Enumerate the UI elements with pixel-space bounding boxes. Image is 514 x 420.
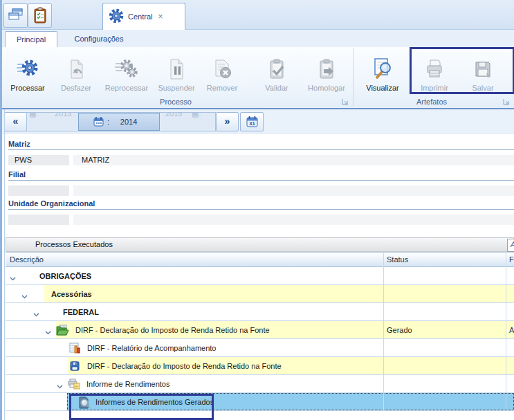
homologar-button[interactable]: Homologar xyxy=(302,50,351,104)
validar-label: Validar xyxy=(253,84,300,92)
window-left-border xyxy=(0,0,2,420)
checklist-clipboard-icon xyxy=(33,6,48,26)
annotation-box-informes-gerados xyxy=(69,394,214,420)
column-divider[interactable] xyxy=(383,252,384,411)
chevron-down-icon[interactable] xyxy=(33,310,39,318)
table-row[interactable]: DIRF - Declaração do Imposto de Renda Re… xyxy=(6,321,514,339)
preview-magnifier-icon xyxy=(358,50,407,80)
unidade-organizacional-field-label: Unidade Organizacional xyxy=(8,199,514,210)
previous-year-button[interactable]: « xyxy=(4,112,27,131)
panel-title: Processos Executados xyxy=(6,237,514,252)
row-frequencia: A xyxy=(509,326,514,334)
panel-left-border xyxy=(4,109,5,420)
open-folder-icon xyxy=(56,325,69,337)
group-processo-label: Processo xyxy=(0,98,351,107)
calendar-icon: ▦: xyxy=(192,113,201,118)
selected-year-label: 2014 xyxy=(113,118,145,126)
row-label: FEDERAL xyxy=(63,308,99,316)
year-separator: : xyxy=(107,118,109,126)
reprocessar-button[interactable]: Reprocessar xyxy=(100,50,154,104)
row-label: DIRF - Declaração do Imposto de Renda Re… xyxy=(75,326,270,334)
reprocess-gears-icon xyxy=(100,50,154,80)
title-bar: Central × xyxy=(0,0,514,30)
checklist-clipboard-button[interactable] xyxy=(28,3,52,28)
reprocessar-label: Reprocessar xyxy=(100,84,154,92)
dialog-launcher-icon[interactable] xyxy=(503,98,511,106)
remover-button[interactable]: Remover xyxy=(199,50,245,104)
year-segment-selected[interactable]: : 2014 xyxy=(78,113,160,131)
gear-icon xyxy=(108,8,125,26)
validate-clipboard-icon xyxy=(253,50,300,80)
table-row[interactable]: Acessórias xyxy=(6,285,514,303)
matriz-name-field[interactable]: MATRIZ xyxy=(73,155,514,165)
dialog-launcher-icon[interactable] xyxy=(342,98,349,106)
cascade-windows-icon xyxy=(8,8,24,24)
processar-label: Processar xyxy=(4,84,51,92)
table-row[interactable]: Informe de Rendimentos xyxy=(6,375,514,393)
suspender-label: Suspender xyxy=(154,84,199,92)
calendar-icon xyxy=(93,116,104,128)
remover-label: Remover xyxy=(199,84,245,92)
previous-year-label: 2013 xyxy=(55,113,71,118)
validar-button[interactable]: Validar xyxy=(253,50,300,104)
approve-clipboard-icon xyxy=(302,50,351,80)
calendar-button[interactable]: 31 xyxy=(240,112,264,131)
annotation-box-imprimir-salvar xyxy=(410,47,514,94)
remove-document-icon xyxy=(199,50,245,80)
homologar-label: Homologar xyxy=(302,84,351,92)
filial-name-field[interactable] xyxy=(73,185,514,196)
row-label: Acessórias xyxy=(51,290,92,298)
undo-document-icon xyxy=(53,50,100,80)
desfazer-button[interactable]: Desfazer xyxy=(53,50,100,104)
tab-configuracoes[interactable]: Configurações xyxy=(62,31,136,47)
column-divider[interactable] xyxy=(506,252,506,411)
unidade-name-field[interactable] xyxy=(73,214,514,225)
cascade-windows-button[interactable] xyxy=(3,3,28,28)
process-gear-icon xyxy=(4,50,51,80)
visualizar-button[interactable]: Visualizar xyxy=(358,50,407,104)
matriz-code-field[interactable]: PWS xyxy=(8,155,69,165)
next-year-label: 2015 xyxy=(165,113,182,118)
table-row[interactable]: DIRF - Relatório de Acompanhamento xyxy=(6,339,514,357)
filial-code-field[interactable] xyxy=(8,185,69,196)
column-status[interactable]: Status xyxy=(387,255,408,264)
process-tree-grid: OBRIGAÇÕES Acessórias FEDERAL DIRF - Dec… xyxy=(6,267,514,411)
svg-text:31: 31 xyxy=(249,120,255,127)
row-label: OBRIGAÇÕES xyxy=(39,272,91,280)
desfazer-label: Desfazer xyxy=(53,84,100,92)
chevron-down-icon[interactable] xyxy=(21,292,28,300)
table-row[interactable]: DIRF - Declaração do Imposto de Renda Re… xyxy=(6,357,514,375)
printer-note-icon xyxy=(68,378,80,391)
application-window: Central × Principal Configurações Proces… xyxy=(0,0,514,420)
group-artefatos-label: Artefatos xyxy=(354,98,509,107)
tab-central[interactable]: Central × xyxy=(102,3,185,30)
tab-principal[interactable]: Principal xyxy=(5,31,57,48)
floppy-disk-icon xyxy=(69,360,80,373)
calendar-icon: ▦: xyxy=(29,113,38,118)
column-frequencia[interactable]: Fr xyxy=(509,255,514,264)
year-segment-previous[interactable]: ▦: 2013 xyxy=(27,113,78,131)
ribbon-tabstrip: Principal Configurações xyxy=(0,30,514,47)
row-label: DIRF - Declaração do Imposto de Renda Re… xyxy=(87,362,282,370)
row-status: Gerado xyxy=(387,326,412,334)
table-row[interactable]: OBRIGAÇÕES xyxy=(6,267,514,285)
column-descricao[interactable]: Descrição xyxy=(10,255,44,264)
panel-corner-button[interactable]: A xyxy=(507,239,514,252)
next-year-button[interactable]: » xyxy=(216,112,239,131)
calendar-icon: 31 xyxy=(246,115,259,129)
processar-button[interactable]: Processar xyxy=(4,50,51,104)
row-highlight xyxy=(44,285,514,302)
year-segment-next[interactable]: 2015 ▦: xyxy=(160,113,215,131)
pause-document-icon xyxy=(154,50,199,80)
grid-header: Descrição Status Fr xyxy=(6,252,514,267)
unidade-code-field[interactable] xyxy=(8,214,69,225)
chevron-down-icon[interactable] xyxy=(57,382,63,390)
chevron-down-icon[interactable] xyxy=(10,274,16,282)
suspender-button[interactable]: Suspender xyxy=(154,50,199,104)
tab-central-label: Central xyxy=(128,12,152,21)
chevron-down-icon[interactable] xyxy=(45,328,51,336)
row-label: DIRF - Relatório de Acompanhamento xyxy=(87,344,216,352)
tab-close-icon[interactable]: × xyxy=(158,12,163,21)
row-label: Informe de Rendimentos xyxy=(86,380,169,388)
table-row[interactable]: FEDERAL xyxy=(6,303,514,321)
